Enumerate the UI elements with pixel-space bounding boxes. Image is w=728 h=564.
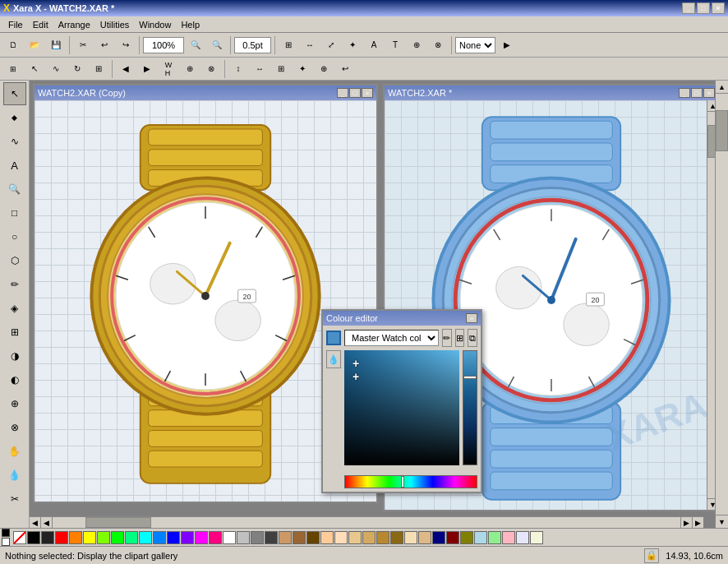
copy-win-max[interactable]: □	[349, 88, 361, 98]
vscroll-up-btn[interactable]: ▲	[716, 81, 728, 94]
t2-btn10[interactable]: ⊕	[314, 59, 334, 79]
maximize-button[interactable]: □	[697, 2, 710, 14]
tb-btn-1[interactable]: ⊞	[279, 35, 298, 55]
color-olive[interactable]	[460, 531, 473, 544]
color-gray[interactable]	[251, 531, 264, 544]
color-sand[interactable]	[418, 531, 431, 544]
contour-tool[interactable]: ∿	[3, 130, 26, 153]
color-cream[interactable]	[404, 531, 417, 544]
color-blue-light[interactable]	[153, 531, 166, 544]
no-color-swatch[interactable]	[13, 531, 26, 544]
color-gold3[interactable]	[376, 531, 389, 544]
color-lgray[interactable]	[237, 531, 250, 544]
select-all-btn[interactable]: ⊞	[3, 59, 23, 79]
color-purple[interactable]	[181, 531, 194, 544]
color-ltpink[interactable]	[502, 531, 515, 544]
color-brown1[interactable]	[279, 531, 292, 544]
color-brown3[interactable]	[306, 531, 320, 544]
color-tan1[interactable]	[320, 531, 334, 544]
mould-tool[interactable]: ⊗	[3, 416, 26, 439]
selector-tool[interactable]: ↖	[3, 82, 26, 105]
fill-tool[interactable]: ◈	[3, 297, 26, 320]
main-vscrollbar[interactable]: ▲ ▼	[707, 100, 715, 510]
color-wheat[interactable]	[530, 531, 543, 544]
tb-btn-arrow[interactable]: ▶	[497, 35, 517, 55]
color-maroon[interactable]	[446, 531, 459, 544]
menu-help[interactable]: Help	[176, 18, 205, 31]
menu-utilities[interactable]: Utilities	[95, 18, 134, 31]
t2-btn6[interactable]: ↕	[228, 59, 248, 79]
close-button[interactable]: ×	[712, 2, 725, 14]
tb-btn-4[interactable]: ✦	[343, 35, 362, 55]
trans-tool[interactable]: ⊞	[3, 321, 26, 344]
doc-window-copy-title[interactable]: WATCH2.XAR (Copy) _ □ ×	[35, 86, 376, 100]
vscroll-thumb[interactable]	[716, 110, 728, 151]
clip-tool[interactable]: ✂	[3, 488, 26, 511]
text-tool[interactable]: A	[3, 154, 26, 177]
t2-btn8[interactable]: ⊞	[271, 59, 291, 79]
t2-btn1[interactable]: ◀	[116, 59, 136, 79]
undo-button[interactable]: ↩	[94, 35, 114, 55]
main-win-max[interactable]: □	[691, 88, 703, 98]
color-magenta[interactable]	[195, 531, 208, 544]
colour-dropper-btn[interactable]: 💧	[326, 350, 341, 368]
color-lavender[interactable]	[516, 531, 529, 544]
line-width-input[interactable]	[234, 37, 271, 53]
color-brown2[interactable]	[293, 531, 306, 544]
color-teal[interactable]	[125, 531, 138, 544]
pencil-tool[interactable]: ✏	[3, 273, 26, 296]
color-orange[interactable]	[69, 531, 82, 544]
color-green[interactable]	[111, 531, 124, 544]
t2-btn3[interactable]: WH	[159, 59, 178, 79]
color-gold4[interactable]	[390, 531, 403, 544]
color-white[interactable]	[223, 531, 236, 544]
shadow-tool[interactable]: ◑	[3, 344, 26, 368]
color-black[interactable]	[27, 531, 40, 544]
colour-name-dropdown[interactable]: Master Watch col	[344, 330, 439, 346]
zoom-in-button[interactable]: 🔍	[207, 35, 227, 55]
zoom-tool[interactable]: 🔍	[3, 178, 26, 201]
colour-editor-close-btn[interactable]: ×	[466, 313, 477, 323]
color-yellow-green[interactable]	[97, 531, 110, 544]
node-tool[interactable]: ◆	[3, 106, 26, 129]
cut-button[interactable]: ✂	[73, 35, 93, 55]
none-dropdown[interactable]: None	[455, 37, 495, 53]
colour-copy-btn[interactable]: ⧉	[468, 329, 477, 347]
rect-tool[interactable]: □	[3, 201, 26, 224]
tb-btn-8[interactable]: ⊗	[428, 35, 448, 55]
tb-btn-5[interactable]: A	[364, 35, 384, 55]
color-red[interactable]	[55, 531, 68, 544]
scroll-far-right-btn[interactable]: ▶	[692, 517, 703, 528]
color-dgray[interactable]	[265, 531, 278, 544]
color-ltblue[interactable]	[474, 531, 487, 544]
scroll-thumb[interactable]	[85, 517, 151, 528]
color-gold1[interactable]	[348, 531, 362, 544]
color-ltgreen[interactable]	[488, 531, 501, 544]
open-button[interactable]: 📂	[25, 35, 44, 55]
zoom-out-button[interactable]: 🔍	[186, 35, 205, 55]
bevel-tool[interactable]: ◐	[3, 368, 26, 391]
rotate-btn[interactable]: ↻	[67, 59, 87, 79]
arrow-btn[interactable]: ↖	[25, 59, 44, 79]
copy-win-close[interactable]: ×	[362, 88, 373, 98]
menu-file[interactable]: File	[3, 18, 28, 31]
redo-button[interactable]: ↪	[116, 35, 136, 55]
new-button[interactable]: 🗋	[3, 35, 23, 55]
doc-window-main-title[interactable]: WATCH2.XAR * _ □ ×	[385, 86, 715, 100]
colour-editor-title-bar[interactable]: Colour editor ×	[323, 311, 481, 326]
color-tan2[interactable]	[334, 531, 348, 544]
colour-value-slider[interactable]	[463, 350, 477, 465]
t2-btn4[interactable]: ⊕	[180, 59, 200, 79]
save-button[interactable]: 💾	[46, 35, 66, 55]
minimize-button[interactable]: _	[682, 2, 695, 14]
vscroll-down-btn[interactable]: ▼	[716, 515, 728, 528]
colour-gradient-picker[interactable]: +	[344, 350, 459, 465]
color-cyan[interactable]	[139, 531, 152, 544]
ellipse-tool[interactable]: ○	[3, 225, 26, 248]
colour-edit-btn[interactable]: ✏	[442, 329, 452, 347]
scroll-far-left-btn[interactable]: ◀	[41, 517, 53, 528]
main-win-min[interactable]: _	[679, 88, 690, 98]
menu-edit[interactable]: Edit	[28, 18, 53, 31]
push-tool[interactable]: ✋	[3, 440, 26, 463]
color-dark[interactable]	[41, 531, 54, 544]
